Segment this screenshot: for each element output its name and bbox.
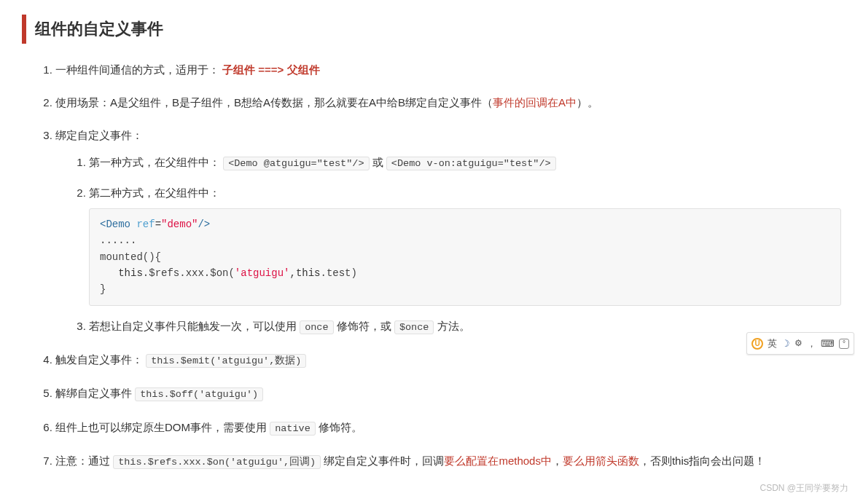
item-6-suffix: 修饰符。 (316, 421, 362, 433)
item-3-2-prefix: 第二种方式，在父组件中： (89, 186, 220, 199)
code-demo-atguigu: <Demo @atguigu="test"/> (223, 157, 369, 170)
power-icon[interactable]: U (751, 338, 763, 350)
code-once: once (300, 320, 333, 334)
item-7-highlight-2: 要么用箭头函数 (563, 454, 639, 467)
moon-icon[interactable]: ☽ (781, 335, 790, 352)
item-7: 注意：通过 this.$refs.xxx.$on('atguigu',回调) 绑… (55, 451, 841, 471)
item-2-prefix: 使用场景：A是父组件，B是子组件，B想给A传数据，那么就要在A中给B绑定自定义事… (55, 96, 493, 109)
code-emit: this.$emit('atguigu',数据) (146, 354, 306, 368)
item-4: 触发自定义事件： this.$emit('atguigu',数据) (55, 350, 841, 370)
watermark: CSDN @王同学要努力 (759, 481, 848, 497)
item-3-3-mid: 修饰符，或 (334, 320, 394, 332)
code-demo-von: <Demo v-on:atguigu="test"/> (386, 157, 556, 170)
item-3: 绑定自定义事件： 第一种方式，在父组件中： <Demo @atguigu="te… (55, 125, 841, 337)
item-2-suffix: ）。 (577, 96, 598, 109)
item-3-3: 若想让自定义事件只能触发一次，可以使用 once 修饰符，或 $once 方法。 (89, 316, 841, 336)
item-5-prefix: 解绑自定义事件 (55, 387, 135, 399)
page-heading: 组件的自定义事件 (22, 15, 841, 44)
item-4-prefix: 触发自定义事件： (55, 353, 143, 366)
code-once-method: $once (394, 320, 434, 334)
code-refs-on: this.$refs.xxx.$on('atguigu',回调) (113, 455, 321, 469)
main-list: 一种组件间通信的方式，适用于： 子组件 ===> 父组件 使用场景：A是父组件，… (22, 60, 841, 472)
item-7-highlight-1: 要么配置在methods中 (444, 454, 552, 467)
item-3-1: 第一种方式，在父组件中： <Demo @atguigu="test"/> 或 <… (89, 152, 841, 173)
item-6-prefix: 组件上也可以绑定原生DOM事件，需要使用 (55, 421, 270, 433)
item-7-suffix: ，否则this指向会出问题！ (639, 454, 765, 467)
item-3-sublist: 第一种方式，在父组件中： <Demo @atguigu="test"/> 或 <… (55, 152, 841, 337)
item-3-3-prefix: 若想让自定义事件只能触发一次，可以使用 (89, 320, 300, 332)
item-3-3-suffix: 方法。 (434, 320, 469, 332)
ime-lang-label[interactable]: 英 (768, 335, 777, 352)
item-5: 解绑自定义事件 this.$off('atguigu') (55, 383, 841, 403)
item-3-1-prefix: 第一种方式，在父组件中： (89, 156, 220, 168)
item-6: 组件上也可以绑定原生DOM事件，需要使用 native 修饰符。 (55, 417, 841, 438)
gear-icon[interactable]: ⚙ (794, 336, 803, 352)
ime-widget[interactable]: U 英 ☽ ⚙ ， ⌨ ° (746, 332, 854, 355)
code-off: this.$off('atguigu') (135, 387, 263, 401)
item-3-2: 第二种方式，在父组件中： <Demo ref="demo"/> ...... m… (89, 183, 841, 306)
item-2-highlight: 事件的回调在A中 (493, 96, 577, 109)
item-7-sep: ， (552, 454, 563, 467)
code-native: native (270, 422, 316, 436)
item-1-highlight: 子组件 ===> 父组件 (222, 63, 319, 76)
keyboard-icon[interactable]: ⌨ (821, 335, 835, 352)
code-block-mounted: <Demo ref="demo"/> ...... mounted(){ thi… (89, 208, 841, 306)
item-1-prefix: 一种组件间通信的方式，适用于： (55, 63, 219, 76)
comma-icon[interactable]: ， (807, 335, 816, 352)
item-1: 一种组件间通信的方式，适用于： 子组件 ===> 父组件 (55, 60, 841, 79)
user-icon[interactable]: ° (839, 339, 849, 349)
item-7-mid: 绑定自定义事件时，回调 (321, 454, 444, 467)
item-7-prefix: 注意：通过 (55, 454, 113, 467)
item-3-1-mid: 或 (372, 156, 386, 168)
item-3-label: 绑定自定义事件： (55, 129, 143, 141)
item-2: 使用场景：A是父组件，B是子组件，B想给A传数据，那么就要在A中给B绑定自定义事… (55, 92, 841, 112)
